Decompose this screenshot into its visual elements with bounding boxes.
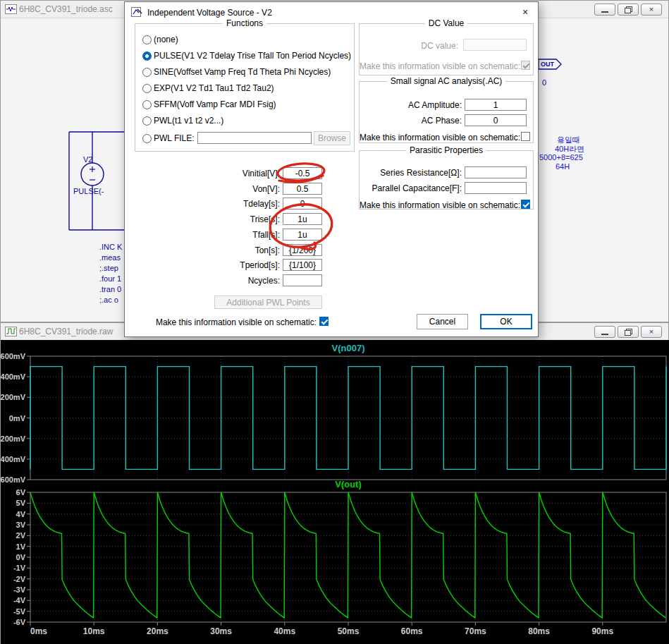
radio-exp-label: EXP(V1 V2 Td1 Tau1 Td2 Tau2) <box>154 83 274 93</box>
schematic-note: 64H <box>556 162 570 171</box>
dc-visible-checkbox[interactable] <box>521 61 530 70</box>
radio-none[interactable] <box>142 35 152 44</box>
dialog-title: Independent Voltage Source - V2 <box>147 8 272 18</box>
out-port-flag[interactable]: OUT <box>539 59 561 69</box>
tperiod-input[interactable] <box>283 259 322 271</box>
ncycles-label: Ncycles: <box>177 276 280 286</box>
pulse-visible-checkbox[interactable] <box>319 317 329 326</box>
ac-visible-label: Make this information visible on schemat… <box>360 133 518 142</box>
voltage-source-dialog: Independent Voltage Source - V2 × Functi… <box>124 1 539 337</box>
radio-exp[interactable] <box>142 84 152 93</box>
dialog-close-button[interactable]: × <box>515 4 535 20</box>
svg-text:-3V: -3V <box>13 585 26 594</box>
cancel-button[interactable]: Cancel <box>417 314 468 329</box>
schematic-window-title: 6H8C_CV391_triode.asc <box>19 4 113 14</box>
radio-sine[interactable] <box>142 68 152 77</box>
parallel-capacitance-input[interactable] <box>465 182 527 194</box>
svg-text:1V: 1V <box>16 542 26 551</box>
parallel-capacitance-label: Parallel Capacitance[F]: <box>367 183 462 193</box>
tdelay-label: Tdelay[s]: <box>177 199 280 209</box>
von-input[interactable] <box>283 183 322 195</box>
svg-text:4V: 4V <box>16 510 26 518</box>
radio-pulse[interactable] <box>142 51 152 61</box>
svg-text:10ms: 10ms <box>83 626 105 636</box>
svg-text:40ms: 40ms <box>274 626 295 636</box>
svg-text:-1V: -1V <box>13 564 26 572</box>
minimize-button[interactable] <box>594 326 615 338</box>
svg-text:60ms: 60ms <box>401 626 423 636</box>
functions-group-label: Functions <box>135 19 354 28</box>
waveform-window-title: 6H8C_CV391_triode.raw <box>19 327 113 336</box>
dc-value-input[interactable] <box>463 39 527 51</box>
svg-text:0mV: 0mV <box>9 414 26 423</box>
browse-button[interactable]: Browse <box>314 131 350 145</box>
waveform-window-icon <box>5 326 17 337</box>
svg-text:80ms: 80ms <box>528 626 550 636</box>
spice-directive: ;.ac o <box>99 296 118 304</box>
ac-analysis-group-label: Small signal AC analysis(.AC) <box>360 77 533 86</box>
svg-text:600mV: 600mV <box>1 352 26 360</box>
trise-input[interactable] <box>283 213 322 225</box>
pulse-visible-label: Make this information visible on schemat… <box>153 317 317 327</box>
vinitial-input[interactable] <box>283 167 322 179</box>
svg-text:400mV: 400mV <box>1 372 26 381</box>
functions-group: Functions (none) PULSE(V1 V2 Tdelay Tris… <box>135 23 355 152</box>
schematic-note: 5000+8=625 <box>539 153 583 162</box>
svg-text:V(n007): V(n007) <box>332 343 365 353</box>
ncycles-input[interactable] <box>283 274 322 286</box>
ac-amplitude-label: AC Amplitude: <box>388 100 462 110</box>
out-flag-label: OUT <box>541 61 555 68</box>
spice-directive: .meas <box>99 253 121 262</box>
spice-directive: ;.step <box>99 264 118 272</box>
close-button[interactable]: × <box>641 4 662 16</box>
close-icon: × <box>522 6 528 18</box>
node-label: 0 <box>542 78 546 87</box>
tfall-input[interactable] <box>283 229 322 241</box>
restore-button[interactable] <box>618 4 639 16</box>
series-resistance-label: Series Resistance[Ω]: <box>367 168 462 178</box>
svg-text:0ms: 0ms <box>30 626 47 636</box>
radio-pwl-file-label: PWL FILE: <box>154 133 195 143</box>
dialog-icon <box>131 7 142 18</box>
close-button[interactable]: × <box>641 326 662 338</box>
close-icon: × <box>649 328 653 336</box>
radio-pwl[interactable] <box>142 116 152 126</box>
svg-text:30ms: 30ms <box>210 626 232 636</box>
ton-input[interactable] <box>283 244 322 256</box>
ac-phase-input[interactable] <box>465 114 527 126</box>
parasitic-visible-checkbox[interactable] <box>521 200 530 209</box>
spice-directive: .four 1 <box>99 274 121 283</box>
wire <box>69 132 129 230</box>
pwl-file-input[interactable] <box>197 132 312 144</box>
restore-button[interactable] <box>618 326 639 338</box>
radio-pulse-label: PULSE(V1 V2 Tdelay Trise Tfall Ton Perio… <box>154 51 351 61</box>
spice-directive: .tran 0 <box>99 285 121 293</box>
radio-sffm[interactable] <box>142 100 152 109</box>
additional-pwl-points-button[interactable]: Additional PWL Points <box>214 296 322 309</box>
waveform-plot-area[interactable]: 600mV400mV200mV0mV-200mV-400mV-600mVV(n0… <box>1 340 669 644</box>
series-resistance-input[interactable] <box>465 166 527 178</box>
ac-phase-label: AC Phase: <box>388 116 462 126</box>
svg-text:-2V: -2V <box>13 575 26 583</box>
component-name-label: V2 <box>83 155 92 164</box>
ac-analysis-group: Small signal AC analysis(.AC) AC Amplitu… <box>359 81 534 143</box>
ac-amplitude-input[interactable] <box>465 99 527 111</box>
spice-directive: .INC K <box>99 243 122 251</box>
minimize-icon <box>601 332 608 335</box>
svg-text:70ms: 70ms <box>465 626 486 636</box>
minimize-button[interactable] <box>594 4 615 16</box>
ok-button[interactable]: OK <box>480 314 532 329</box>
svg-text:0V: 0V <box>16 553 26 561</box>
ac-visible-checkbox[interactable] <box>521 132 530 141</box>
svg-text:3V: 3V <box>16 521 26 529</box>
waveform-window[interactable]: 6H8C_CV391_triode.raw × 600mV400mV200mV0… <box>0 322 669 644</box>
voltage-source-symbol[interactable] <box>81 163 104 186</box>
svg-text:90ms: 90ms <box>591 626 613 636</box>
tdelay-input[interactable] <box>283 198 322 209</box>
svg-text:6V: 6V <box>16 488 26 497</box>
svg-text:-5V: -5V <box>13 607 26 616</box>
radio-pwl-file[interactable] <box>142 134 152 143</box>
svg-text:-600mV: -600mV <box>1 475 26 484</box>
minimize-icon <box>601 9 608 13</box>
radio-sffm-label: SFFM(Voff Vamp Fcar MDI Fsig) <box>154 99 276 109</box>
